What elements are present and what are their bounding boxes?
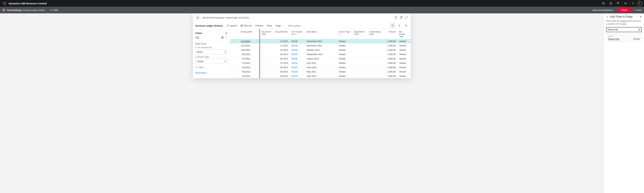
row-menu-icon[interactable]: [254, 65, 260, 70]
field-search-input[interactable]: [606, 27, 642, 32]
cell-source-type: Vendor: [337, 74, 352, 78]
close-views-icon[interactable]: [225, 32, 228, 34]
table-row[interactable]: 8/1/202108-202160100August 2021Vendor1,0…: [230, 57, 411, 61]
less-toggle[interactable]: Less: [634, 9, 641, 11]
bookmark-icon[interactable]: [394, 16, 398, 19]
cell-gl-account[interactable]: 60100: [290, 48, 305, 52]
col-department[interactable]: Department Code: [352, 29, 367, 39]
add-field-button[interactable]: Field: [50, 9, 58, 11]
help-icon[interactable]: [630, 0, 636, 6]
row-menu-icon[interactable]: [254, 52, 260, 57]
cell-customergroup: [367, 48, 384, 52]
search-icon[interactable]: [600, 0, 606, 6]
cell-gl-account[interactable]: 60100: [290, 61, 305, 65]
table-row[interactable]: 10/1/202110-202160100October 2021Vendor1…: [230, 48, 411, 52]
cell-gl-account[interactable]: 60100: [290, 57, 305, 61]
col-source-type[interactable]: Source Type▾: [337, 29, 352, 39]
col-amount[interactable]: Amount: [384, 29, 398, 39]
row-menu-icon[interactable]: [254, 43, 260, 48]
row-menu-icon[interactable]: [254, 61, 260, 65]
collapse-icon[interactable]: [405, 16, 408, 19]
remove-filter-gl-icon[interactable]: ✕: [195, 46, 197, 49]
cell-gl-account[interactable]: 60100: [290, 65, 305, 70]
col-document-type[interactable]: Document Type: [260, 29, 273, 39]
close-panel-icon[interactable]: [640, 16, 642, 18]
list-view-icon[interactable]: [397, 23, 402, 28]
cell-description: October 2021: [305, 48, 337, 52]
col-customergroup[interactable]: Customergro... Code: [367, 29, 384, 39]
cell-doc-type: [260, 70, 273, 74]
chevron-down-icon: ▾: [225, 51, 226, 53]
svg-point-9: [602, 2, 604, 4]
cell-description: November 2021: [305, 43, 337, 48]
col-document-no[interactable]: Document No.: [273, 29, 290, 39]
table-row[interactable]: →12/1/2021⋮12-202160100December 2021Vend…: [230, 39, 411, 43]
svg-point-2: [6, 2, 6, 3]
clear-search-icon[interactable]: [638, 29, 640, 31]
add-filter-button[interactable]: Filter...: [195, 66, 228, 69]
table-row[interactable]: 7/1/202107-202160100July 2021Vendor1,000…: [230, 61, 411, 65]
row-indicator-icon: [230, 52, 236, 57]
table-row[interactable]: 11/1/202111-202160100November 2021Vendor…: [230, 43, 411, 48]
save-view-icon[interactable]: [221, 36, 224, 39]
row-menu-icon[interactable]: [254, 74, 260, 78]
row-indicator-icon: [230, 43, 236, 48]
filter-icon: ▾: [295, 33, 296, 35]
popout-icon[interactable]: [400, 16, 403, 19]
field-result[interactable]: Code Source No. Ready: [606, 34, 642, 42]
cell-gl-account[interactable]: 60100: [290, 74, 305, 78]
panel-title: Add Field to Page: [610, 15, 638, 18]
filter-source-value[interactable]: Vendor ▾: [195, 59, 228, 64]
cell-customergroup: [367, 61, 384, 65]
cell-source-type: Vendor: [337, 57, 352, 61]
cell-gl-account[interactable]: 60100: [290, 39, 305, 43]
view-menu-icon[interactable]: ⋮: [225, 36, 228, 39]
row-menu-icon[interactable]: [254, 48, 260, 52]
view-all-link[interactable]: *All: [195, 36, 199, 39]
panel-back-icon[interactable]: [606, 15, 608, 18]
cell-gl-account[interactable]: 60100: [290, 70, 305, 74]
page-title: General Ledger Entries: [195, 24, 223, 27]
result-field-name[interactable]: Source No.: [608, 38, 620, 40]
table-row[interactable]: 6/1/202106-202160100June 2021Vendor1,000…: [230, 65, 411, 70]
table-row[interactable]: 4/1/202104-202160100April 2021Vendor1,00…: [230, 74, 411, 78]
info-icon[interactable]: [404, 23, 408, 28]
cell-bal-account: Vendor: [398, 61, 411, 65]
page-action[interactable]: Page: [276, 24, 281, 27]
row-menu-icon[interactable]: ⋮: [254, 39, 260, 43]
app-launcher-icon[interactable]: [2, 1, 8, 6]
back-button[interactable]: [195, 15, 200, 20]
table-row[interactable]: 9/1/202109-202160100September 2021Vendor…: [230, 52, 411, 57]
cell-doc-type: [260, 74, 273, 78]
done-button[interactable]: Done: [618, 7, 631, 12]
clear-personalization-link[interactable]: Clear personalization...: [592, 9, 615, 11]
cell-doc-no: 06-2021: [273, 65, 290, 70]
process-action[interactable]: Process: [256, 24, 263, 27]
row-indicator-icon: →: [230, 39, 236, 43]
cell-department: [352, 61, 367, 65]
entry-action[interactable]: Entry: [267, 24, 272, 27]
notifications-icon[interactable]: [608, 0, 614, 6]
row-menu-icon[interactable]: [254, 57, 260, 61]
table-row[interactable]: 5/1/202105-202160100May 2021Vendor1,000.…: [230, 70, 411, 74]
row-menu-icon[interactable]: [254, 70, 260, 74]
gear-icon[interactable]: [622, 0, 628, 6]
avatar[interactable]: F: [637, 1, 642, 6]
page-label: Page: [276, 24, 281, 27]
more-options-action[interactable]: More options: [288, 24, 301, 27]
filter-pane-icon[interactable]: [390, 23, 395, 28]
filter-gl-value[interactable]: 60100 ▾: [195, 49, 228, 54]
cell-gl-account[interactable]: 60100: [290, 52, 305, 57]
search-action[interactable]: Search: [226, 24, 237, 27]
flag-icon[interactable]: [615, 0, 621, 6]
field-search-text[interactable]: [608, 28, 638, 31]
col-bal-account[interactable]: Bal. Accour Type: [398, 29, 411, 39]
col-gl-account[interactable]: G/L Account No. ▾: [290, 29, 305, 39]
remove-filter-source-icon[interactable]: ✕: [195, 56, 197, 58]
reset-filters-link[interactable]: Reset filters: [195, 72, 207, 74]
col-description[interactable]: Description: [305, 29, 337, 39]
cell-gl-account[interactable]: 60100: [290, 43, 305, 48]
cell-doc-type: [260, 43, 273, 48]
col-posting-date[interactable]: Posting Date↓: [236, 29, 254, 39]
edit-list-action[interactable]: Edit List: [240, 24, 252, 27]
